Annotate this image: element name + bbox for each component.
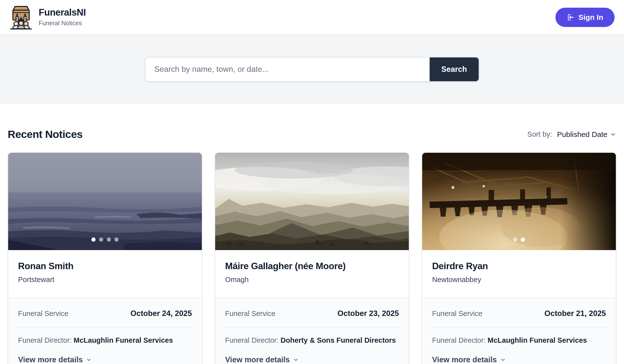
director-row: Funeral Director: Doherty & Sons Funeral… xyxy=(225,336,399,344)
deceased-name: Deirdre Ryan xyxy=(432,261,606,271)
chevron-down-icon xyxy=(500,357,506,363)
deceased-name: Ronan Smith xyxy=(18,261,192,271)
chevron-down-icon xyxy=(86,357,92,363)
brand-text: FuneralsNI Funeral Notices xyxy=(39,8,86,27)
service-row: Funeral Service October 24, 2025 xyxy=(18,309,192,318)
notice-card: Deirdre Ryan Newtownabbey Funeral Servic… xyxy=(422,152,616,364)
service-date: October 24, 2025 xyxy=(130,309,192,318)
service-date: October 23, 2025 xyxy=(338,309,399,318)
deceased-name: Máire Gallagher (née Moore) xyxy=(225,261,399,271)
director-label: Funeral Director: xyxy=(18,336,72,344)
carousel-dot[interactable] xyxy=(107,237,111,242)
notice-details: Funeral Service October 23, 2025 Funeral… xyxy=(215,298,409,364)
carousel-dot[interactable] xyxy=(521,237,525,242)
app-subtitle: Funeral Notices xyxy=(39,20,86,27)
search-input[interactable] xyxy=(145,57,430,81)
notice-summary: Máire Gallagher (née Moore) Omagh xyxy=(215,250,409,298)
notice-card-grid: Ronan Smith Portstewart Funeral Service … xyxy=(8,152,616,364)
notice-photo-mountain-landscape xyxy=(215,153,409,250)
director-name: McLaughlin Funeral Services xyxy=(488,336,587,344)
view-more-label: View more details xyxy=(432,355,497,364)
deceased-town: Portstewart xyxy=(18,276,192,284)
service-row: Funeral Service October 21, 2025 xyxy=(432,309,606,318)
deceased-town: Omagh xyxy=(225,276,399,284)
director-label: Funeral Director: xyxy=(432,336,486,344)
carousel-dot[interactable] xyxy=(513,237,517,242)
notice-details: Funeral Service October 24, 2025 Funeral… xyxy=(8,298,202,364)
brand: FuneralsNI Funeral Notices xyxy=(9,5,86,30)
log-in-icon xyxy=(567,13,575,21)
service-label: Funeral Service xyxy=(432,310,482,318)
notice-card: Ronan Smith Portstewart Funeral Service … xyxy=(8,152,202,364)
notice-photo-stormy-sea xyxy=(8,153,202,250)
divider xyxy=(18,327,192,328)
chevron-down-icon xyxy=(610,131,616,138)
service-date: October 21, 2025 xyxy=(545,309,606,318)
page-title: Recent Notices xyxy=(8,128,82,140)
notice-details: Funeral Service October 21, 2025 Funeral… xyxy=(422,298,616,364)
sign-in-label: Sign In xyxy=(578,13,603,22)
deceased-town: Newtownabbey xyxy=(432,276,606,284)
notice-summary: Ronan Smith Portstewart xyxy=(8,250,202,298)
director-name: Doherty & Sons Funeral Directors xyxy=(281,336,396,344)
view-more-details-button[interactable]: View more details xyxy=(225,355,399,364)
app-title: FuneralsNI xyxy=(39,8,86,18)
director-label: Funeral Director: xyxy=(225,336,279,344)
notice-photo-concert-stage xyxy=(422,153,616,250)
section-head: Recent Notices Sort by: Published Date xyxy=(8,128,616,140)
carousel-dots xyxy=(422,237,616,242)
carousel-dot[interactable] xyxy=(91,237,96,242)
sign-in-button[interactable]: Sign In xyxy=(555,8,615,27)
service-label: Funeral Service xyxy=(18,310,68,318)
sort-value: Published Date xyxy=(557,130,607,139)
carousel-dots xyxy=(8,237,202,242)
site-header: FuneralsNI Funeral Notices Sign In xyxy=(0,0,624,35)
view-more-details-button[interactable]: View more details xyxy=(432,355,606,364)
search-button[interactable]: Search xyxy=(430,57,479,81)
view-more-label: View more details xyxy=(18,355,83,364)
carousel-dot[interactable] xyxy=(99,237,103,242)
search-bar: Search xyxy=(145,57,479,82)
main-content: Recent Notices Sort by: Published Date xyxy=(0,128,624,364)
carousel-dot[interactable] xyxy=(114,237,119,242)
divider xyxy=(432,327,606,328)
view-more-details-button[interactable]: View more details xyxy=(18,355,192,364)
sort-label: Sort by: xyxy=(527,130,552,138)
service-label: Funeral Service xyxy=(225,310,275,318)
notice-summary: Deirdre Ryan Newtownabbey xyxy=(422,250,616,298)
director-name: McLaughlin Funeral Services xyxy=(74,336,173,344)
sort-dropdown[interactable]: Published Date xyxy=(557,130,616,139)
view-more-label: View more details xyxy=(225,355,290,364)
casket-candles-mourners-icon xyxy=(9,5,33,30)
notice-card: Máire Gallagher (née Moore) Omagh Funera… xyxy=(215,152,409,364)
divider xyxy=(225,327,399,328)
sort-control: Sort by: Published Date xyxy=(527,130,616,139)
chevron-down-icon xyxy=(293,357,299,363)
service-row: Funeral Service October 23, 2025 xyxy=(225,309,399,318)
director-row: Funeral Director: McLaughlin Funeral Ser… xyxy=(432,336,606,344)
search-band: Search xyxy=(0,35,624,104)
director-row: Funeral Director: McLaughlin Funeral Ser… xyxy=(18,336,192,344)
